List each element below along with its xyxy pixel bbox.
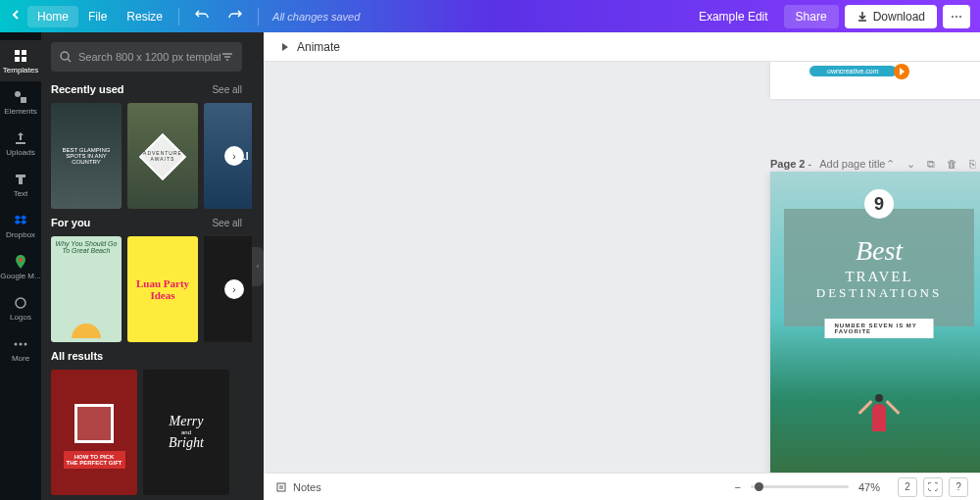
template-thumb[interactable]: Luau Party Ideas [127, 236, 198, 342]
rail-templates[interactable]: Templates [0, 40, 41, 81]
add-page-icon[interactable]: ⎘ [969, 158, 976, 171]
template-thumb[interactable]: HOW TO PICKTHE PERFECT GIFT [51, 370, 137, 495]
share-button[interactable]: Share [784, 5, 839, 28]
foryou-thumbs: Why You Should Go To Great Beach Luau Pa… [51, 236, 242, 342]
svg-rect-1 [22, 50, 26, 55]
all-thumbs: HOW TO PICKTHE PERFECT GIFT MerryandBrig… [51, 370, 242, 495]
google-maps-icon [13, 254, 28, 270]
template-thumb[interactable]: MerryandBright [143, 370, 229, 495]
zoom-min-icon: − [735, 481, 741, 493]
zoom-knob[interactable] [755, 482, 763, 491]
page-2-canvas[interactable]: 9 Best TRAVEL DESTINATIONS NUMBER SEVEN … [770, 172, 980, 473]
zoom-slider[interactable] [751, 485, 849, 488]
templates-panel: Recently usedSee all BEST GLAMPING SPOTS… [41, 32, 252, 500]
text-box[interactable]: Best TRAVEL DESTINATIONS [784, 209, 974, 326]
top-bar: Home File Resize All changes saved Examp… [0, 0, 980, 32]
animate-button[interactable]: Animate [297, 40, 340, 54]
page-up-icon[interactable]: ⌃ [886, 158, 895, 171]
elements-icon [13, 89, 28, 105]
page1-url: owncreative.com [809, 66, 897, 76]
svg-rect-0 [15, 50, 20, 55]
see-all-recent[interactable]: See all [212, 84, 242, 95]
svg-rect-5 [21, 97, 26, 103]
rail-elements[interactable]: Elements [0, 81, 41, 123]
search-input[interactable] [78, 51, 220, 63]
svg-point-11 [61, 52, 69, 60]
section-title-recent: Recently used [51, 83, 124, 95]
next-button[interactable]: › [224, 146, 244, 166]
rail-logos[interactable]: Logos [0, 287, 41, 328]
template-thumb[interactable]: ADVENTURE AWAITS [127, 103, 198, 209]
delete-page-icon[interactable]: 🗑 [947, 158, 957, 171]
svg-point-4 [15, 91, 21, 97]
help-button[interactable]: ? [949, 477, 968, 497]
see-all-foryou[interactable]: See all [212, 218, 242, 228]
back-icon[interactable] [10, 9, 22, 24]
person-graphic[interactable] [865, 394, 893, 438]
svg-point-7 [16, 298, 25, 308]
download-label: Download [873, 10, 925, 24]
page-down-icon[interactable]: ⌄ [906, 158, 915, 171]
resize-menu[interactable]: Resize [117, 10, 172, 24]
undo-button[interactable] [185, 8, 219, 25]
svg-rect-3 [22, 57, 26, 62]
recent-thumbs: BEST GLAMPING SPOTS IN ANY COUNTRY ADVEN… [51, 103, 242, 209]
search-box[interactable] [51, 42, 242, 72]
rail-text[interactable]: Text [0, 164, 41, 205]
download-icon [857, 11, 868, 23]
badge-number[interactable]: 9 [864, 189, 894, 219]
svg-rect-2 [15, 57, 20, 62]
templates-icon [13, 48, 28, 64]
next-button[interactable]: › [224, 279, 244, 299]
template-thumb[interactable]: BEST GLAMPING SPOTS IN ANY COUNTRY [51, 103, 122, 209]
rail-uploads[interactable]: Uploads [0, 123, 41, 164]
divider [258, 8, 259, 25]
text-icon [13, 172, 28, 187]
panel-collapse[interactable]: ‹ [252, 32, 264, 500]
filter-icon[interactable] [220, 50, 234, 64]
copy-page-icon[interactable]: ⧉ [927, 158, 935, 171]
doc-name[interactable]: Example Edit [689, 10, 778, 24]
save-status: All changes saved [272, 11, 360, 23]
text-best[interactable]: Best [856, 235, 903, 267]
subtitle-bar[interactable]: NUMBER SEVEN IS MY FAVORITE [825, 319, 934, 338]
rail-more[interactable]: More [0, 328, 41, 370]
file-menu[interactable]: File [78, 10, 117, 24]
animate-icon [277, 40, 291, 54]
svg-rect-12 [277, 483, 285, 491]
template-thumb[interactable]: Why You Should Go To Great Beach [51, 236, 122, 342]
rail-google[interactable]: Google M... [0, 246, 41, 287]
side-rail: Templates Elements Uploads Text Dropbox … [0, 32, 41, 500]
text-travel[interactable]: TRAVEL [845, 269, 912, 285]
dropbox-icon [13, 213, 28, 228]
section-title-foryou: For you [51, 217, 90, 228]
zoom-value[interactable]: 47% [858, 481, 880, 493]
redo-button[interactable] [219, 8, 252, 25]
more-icon [13, 336, 28, 352]
canvas-scroll[interactable]: owncreative.com Page 2 - ⌃ ⌄ ⧉ 🗑 ⎘ ↻ 9 B… [264, 62, 980, 473]
page-label: Page 2 - [770, 158, 811, 170]
download-button[interactable]: Download [845, 5, 937, 28]
more-button[interactable]: ⋯ [943, 5, 970, 28]
page-count-button[interactable]: 2 [898, 477, 917, 497]
play-icon [894, 64, 909, 79]
rail-dropbox[interactable]: Dropbox [0, 205, 41, 246]
bottom-bar: Notes − 47% 2 ⛶ ? [264, 473, 980, 500]
svg-point-8 [15, 342, 18, 345]
text-destinations[interactable]: DESTINATIONS [816, 285, 942, 301]
uploads-icon [13, 130, 28, 146]
logos-icon [13, 295, 28, 311]
home-button[interactable]: Home [27, 6, 78, 27]
svg-point-6 [19, 258, 23, 262]
section-title-all: All results [51, 350, 103, 362]
svg-point-10 [24, 342, 27, 345]
page-1-preview[interactable]: owncreative.com [770, 62, 980, 99]
notes-button[interactable]: Notes [275, 481, 321, 493]
canvas-toolbar: Animate [264, 32, 980, 62]
search-icon [59, 50, 73, 64]
canvas-area: Animate owncreative.com Page 2 - ⌃ ⌄ ⧉ 🗑… [264, 32, 980, 500]
fullscreen-button[interactable]: ⛶ [923, 477, 943, 497]
svg-point-9 [20, 342, 23, 345]
divider [178, 8, 179, 25]
notes-icon [275, 481, 287, 493]
